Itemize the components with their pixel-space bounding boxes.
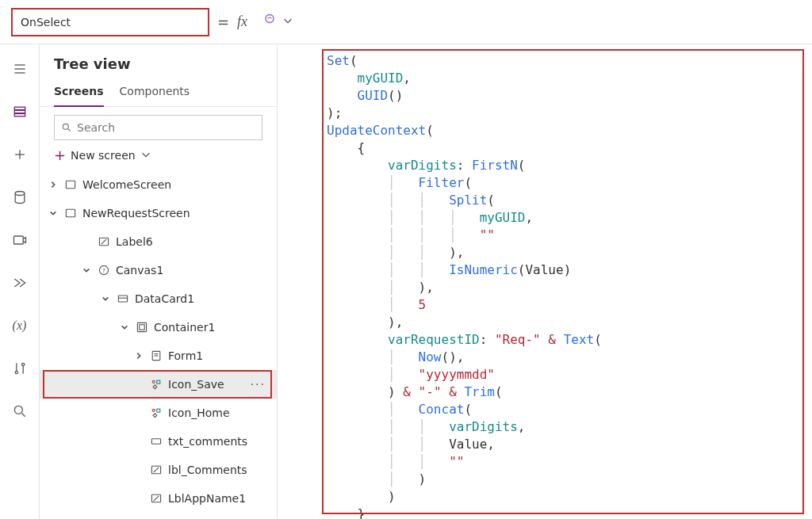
data-icon[interactable] <box>10 187 30 208</box>
insert-icon[interactable] <box>10 144 30 165</box>
chevron-down-icon[interactable] <box>100 295 111 303</box>
formula-editor[interactable]: Set( myGUID, GUID() ); UpdateContext( { … <box>278 44 812 519</box>
power-automate-icon[interactable] <box>10 273 30 293</box>
svg-line-15 <box>68 129 71 132</box>
tree-item-newrequestscreen[interactable]: NewRequestScreen <box>40 199 277 227</box>
tree-view-tabs: Screens Components <box>40 80 277 107</box>
tree-item-label: WelcomeScreen <box>82 178 270 191</box>
screen-icon <box>63 177 78 192</box>
svg-rect-5 <box>14 114 25 116</box>
tree-view-panel: Tree view Screens Components Search + Ne… <box>40 44 278 519</box>
svg-line-19 <box>102 239 106 244</box>
tree-item-label: Canvas1 <box>116 264 270 277</box>
new-screen-label: New screen <box>71 149 136 162</box>
chevron-down-icon <box>189 15 200 29</box>
svg-text:?: ? <box>102 267 105 274</box>
tools-icon[interactable] <box>10 358 30 379</box>
label-icon <box>149 463 163 477</box>
svg-line-13 <box>21 414 25 417</box>
search-placeholder: Search <box>77 121 115 134</box>
tree-item-label: NewRequestScreen <box>82 207 270 219</box>
tree-item-label: Label6 <box>116 235 270 248</box>
chevron-down-icon <box>140 149 151 162</box>
svg-rect-3 <box>14 107 25 109</box>
tree-item-label: LblAppName1 <box>168 492 270 505</box>
svg-point-29 <box>152 380 155 383</box>
svg-point-10 <box>15 371 17 373</box>
svg-rect-33 <box>151 439 160 444</box>
svg-point-11 <box>21 363 24 365</box>
formula-code: Set( myGUID, GUID() ); UpdateContext( { … <box>285 52 802 519</box>
tree-item-label: Form1 <box>168 349 270 362</box>
plus-icon: + <box>54 148 66 162</box>
help-icon: ? <box>97 263 111 277</box>
tree-item-label: DataCard1 <box>135 292 270 305</box>
tree-item-label: txt_comments <box>168 435 270 448</box>
svg-point-8 <box>15 192 25 196</box>
chevron-down-icon[interactable] <box>282 15 293 29</box>
tree-item-datacard1[interactable]: DataCard1 <box>40 284 277 313</box>
chevron-down-icon[interactable] <box>48 209 59 217</box>
new-screen-button[interactable]: + New screen <box>40 145 277 170</box>
copilot-icon[interactable] <box>262 13 278 31</box>
tree-item-label: Icon_Home <box>168 406 270 419</box>
tree-item-welcomescreen[interactable]: WelcomeScreen <box>40 170 277 199</box>
property-selector[interactable]: OnSelect <box>11 8 209 36</box>
svg-rect-32 <box>157 409 160 412</box>
chevron-down-icon[interactable] <box>119 323 130 331</box>
search-input[interactable]: Search <box>54 115 262 140</box>
formula-bar: OnSelect = fx <box>0 0 812 44</box>
fx-label: fx <box>237 13 247 30</box>
tree-view-title: Tree view <box>40 55 277 80</box>
media-icon[interactable] <box>10 230 30 250</box>
svg-line-38 <box>154 496 159 501</box>
tree-item-lblappname1[interactable]: LblAppName1 <box>40 484 277 513</box>
left-rail: (x) <box>0 44 40 519</box>
hamburger-icon[interactable] <box>10 59 30 79</box>
form-icon <box>149 349 163 363</box>
textinput-icon <box>149 434 163 448</box>
svg-point-12 <box>14 406 22 414</box>
svg-rect-9 <box>13 236 23 244</box>
svg-rect-17 <box>66 209 75 217</box>
label-icon <box>149 491 163 506</box>
datacard-icon <box>116 292 130 306</box>
tree-item-label: Icon_Save <box>168 378 246 391</box>
svg-rect-25 <box>140 325 144 330</box>
tree-items: WelcomeScreen NewRequestScreen Label6 ? … <box>40 170 277 519</box>
svg-rect-4 <box>14 110 25 113</box>
screen-icon <box>63 206 78 220</box>
tab-components[interactable]: Components <box>120 80 190 106</box>
svg-rect-30 <box>157 380 160 384</box>
tab-screens[interactable]: Screens <box>54 80 104 107</box>
label-icon <box>97 235 111 249</box>
tree-item-label: Container1 <box>154 321 270 334</box>
svg-rect-24 <box>137 322 146 331</box>
component-icon <box>149 377 163 391</box>
container-icon <box>135 320 149 334</box>
svg-line-36 <box>154 467 159 472</box>
svg-point-14 <box>63 124 68 129</box>
chevron-down-icon[interactable] <box>81 266 92 274</box>
tree-item-txt-comments[interactable]: txt_comments <box>40 427 277 456</box>
equals-label: = <box>217 13 229 30</box>
tree-item-container1[interactable]: Container1 <box>40 313 277 342</box>
tree-item-lbl-comments[interactable]: lbl_Comments <box>40 456 277 484</box>
property-selector-value: OnSelect <box>21 16 71 29</box>
chevron-right-icon[interactable] <box>48 181 59 189</box>
tree-item-form1[interactable]: Form1 <box>40 342 277 370</box>
search-icon[interactable] <box>10 401 30 422</box>
svg-rect-22 <box>118 296 127 302</box>
svg-point-31 <box>152 409 155 411</box>
tree-view-icon[interactable] <box>10 101 30 122</box>
tree-item-icon-save[interactable]: Icon_Save ··· <box>40 370 277 399</box>
tree-item-canvas1[interactable]: ? Canvas1 <box>40 256 277 284</box>
svg-rect-16 <box>66 181 75 189</box>
tree-item-label: lbl_Comments <box>168 464 270 476</box>
tree-item-icon-home[interactable]: Icon_Home <box>40 399 277 427</box>
tree-item-label6[interactable]: Label6 <box>40 227 277 256</box>
component-icon <box>149 406 163 420</box>
more-icon[interactable]: ··· <box>251 378 270 391</box>
chevron-right-icon[interactable] <box>133 352 144 360</box>
variables-icon[interactable]: (x) <box>10 315 30 336</box>
